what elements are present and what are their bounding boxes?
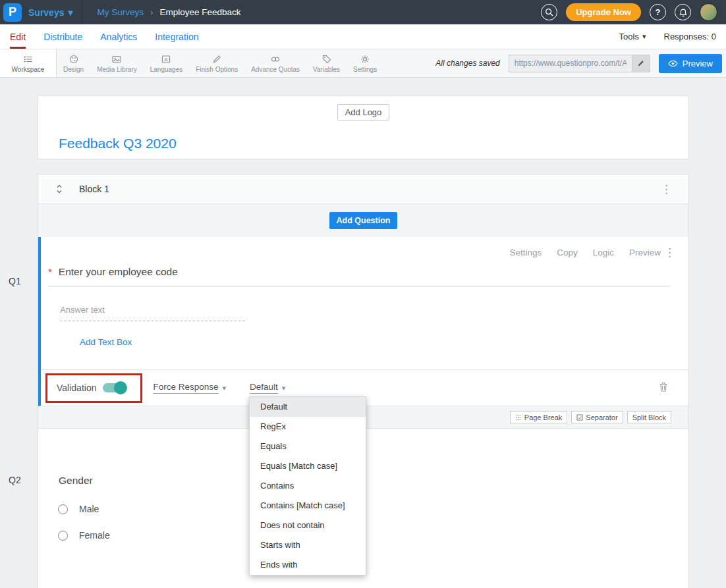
toolbar-item-label: Design (63, 66, 84, 73)
validation-type-dropdown[interactable]: Default ▾ (250, 382, 285, 394)
force-response-dropdown[interactable]: Force Response ▾ (153, 382, 226, 394)
menu-item-default[interactable]: Default (250, 397, 366, 417)
top-bar: P Surveys ▾ My Surveys › Employee Feedba… (0, 0, 726, 24)
question-preview-link[interactable]: Preview (629, 248, 661, 257)
tab-analytics[interactable]: Analytics (100, 24, 137, 49)
help-button[interactable]: ? (650, 4, 666, 20)
question-actions: Settings Copy Logic Preview ⋮ (41, 237, 688, 257)
search-icon (545, 8, 553, 16)
responses-count: Responses: 0 (664, 32, 717, 41)
validation-type-value: Default (250, 382, 278, 394)
logo-letter: P (9, 5, 16, 19)
advance-quotas-icon (270, 54, 281, 65)
tab-edit[interactable]: Edit (10, 24, 26, 49)
separator-label: Separator (586, 414, 617, 421)
media-library-icon (111, 54, 122, 65)
toolbar-item-media-library[interactable]: Media Library (90, 49, 144, 77)
toolbar-item-workspace[interactable]: Workspace (0, 49, 57, 77)
block-menu-kebab-icon[interactable]: ⋮ (661, 184, 672, 195)
breadcrumb: My Surveys › Employee Feedback (98, 7, 241, 17)
toolbar-item-advance-quotas[interactable]: Advance Quotas (244, 49, 306, 77)
answer-text-placeholder[interactable]: Answer text (60, 305, 245, 321)
menu-item-ends-with[interactable]: Ends with (250, 555, 366, 575)
force-response-label: Force Response (153, 382, 218, 394)
tools-menu[interactable]: Tools ▾ (619, 32, 646, 41)
toolbar-item-label: Workspace (12, 66, 45, 73)
menu-item-regex[interactable]: RegEx (250, 417, 366, 437)
product-switcher[interactable]: Surveys ▾ (28, 7, 73, 18)
survey-header-card: Add Logo Feedback Q3 2020 (38, 95, 689, 159)
topbar-divider (82, 0, 82, 24)
preview-label: Preview (683, 59, 713, 68)
separator-icon (576, 414, 583, 421)
toolbar-item-label: Media Library (97, 66, 137, 73)
radio-option-female[interactable]: Female (58, 530, 688, 541)
tab-integration[interactable]: Integration (155, 24, 198, 49)
toggle-knob (114, 381, 127, 394)
toolbar-item-finish-options[interactable]: Finish Options (189, 49, 244, 77)
radio-option-label[interactable]: Female (79, 530, 110, 541)
validation-toggle[interactable] (103, 383, 125, 392)
question-copy-link[interactable]: Copy (557, 248, 578, 257)
caret-down-icon: ▾ (282, 384, 286, 392)
upgrade-now-button[interactable]: Upgrade Now (566, 3, 641, 21)
page-break-button[interactable]: Page Break (510, 411, 567, 423)
menu-item-contains[interactable]: Contains (250, 476, 366, 496)
separator-button[interactable]: Separator (571, 411, 623, 423)
toolbar-item-label: Settings (353, 66, 377, 73)
edit-url-button[interactable] (632, 55, 650, 72)
tabs-right-group: Tools ▾ Responses: 0 (619, 24, 716, 49)
collapse-block-icon[interactable] (55, 184, 63, 194)
radio-option-male[interactable]: Male (58, 504, 688, 514)
radio-option-label[interactable]: Male (79, 504, 99, 514)
toolbar-item-design[interactable]: Design (57, 49, 90, 77)
workspace-icon (23, 54, 34, 65)
user-avatar[interactable] (700, 3, 717, 21)
survey-url-input[interactable] (509, 55, 632, 72)
toolbar-item-label: Variables (313, 66, 340, 73)
question-text-row[interactable]: * Enter your employee code (48, 266, 670, 286)
split-block-label: Split Block (632, 414, 666, 421)
add-logo-button[interactable]: Add Logo (337, 104, 390, 120)
survey-editor-page: P Surveys ▾ My Surveys › Employee Feedba… (0, 0, 726, 588)
page-break-icon (515, 414, 522, 421)
toolbar-item-languages[interactable]: A Languages (144, 49, 190, 77)
main-tabs: Edit Distribute Analytics Integration To… (0, 24, 726, 49)
menu-item-does-not-contain[interactable]: Does not contain (250, 516, 366, 535)
add-question-row: Add Question (38, 204, 688, 237)
notifications-button[interactable] (675, 4, 691, 20)
search-button[interactable] (541, 4, 557, 20)
tab-distribute[interactable]: Distribute (43, 24, 82, 49)
question-menu-kebab-icon[interactable]: ⋮ (664, 247, 675, 258)
toolbar-item-variables[interactable]: Variables (306, 49, 347, 77)
block-title[interactable]: Block 1 (79, 184, 109, 194)
question-text[interactable]: Enter your employee code (59, 266, 178, 278)
question-logic-link[interactable]: Logic (593, 248, 614, 257)
question-1-card: Settings Copy Logic Preview ⋮ * Enter yo… (38, 237, 688, 406)
survey-title[interactable]: Feedback Q3 2020 (59, 136, 688, 151)
required-asterisk: * (48, 266, 52, 277)
question-mark-icon: ? (656, 7, 661, 17)
page-break-label: Page Break (524, 414, 562, 421)
settings-gear-icon (360, 54, 370, 65)
menu-item-contains-match-case[interactable]: Contains [Match case] (250, 496, 366, 516)
add-text-box-link[interactable]: Add Text Box (80, 337, 132, 347)
validation-type-menu: Default RegEx Equals Equals [Match case]… (249, 396, 366, 575)
radio-circle-icon[interactable] (58, 531, 68, 541)
languages-icon: A (161, 54, 171, 65)
question-settings-link[interactable]: Settings (509, 248, 542, 257)
questionpro-logo[interactable]: P (3, 3, 22, 22)
preview-button[interactable]: Preview (659, 54, 722, 73)
radio-circle-icon[interactable] (58, 504, 68, 514)
menu-item-equals-match-case[interactable]: Equals [Match case] (250, 456, 366, 476)
add-question-button[interactable]: Add Question (329, 212, 398, 229)
toolbar-item-label: Finish Options (196, 66, 238, 73)
delete-question-button[interactable] (659, 382, 668, 394)
menu-item-starts-with[interactable]: Starts with (250, 535, 366, 555)
split-block-button[interactable]: Split Block (627, 411, 671, 423)
menu-item-equals[interactable]: Equals (250, 437, 366, 456)
toolbar-item-settings[interactable]: Settings (347, 49, 383, 77)
caret-down-icon: ▾ (223, 384, 227, 392)
breadcrumb-my-surveys[interactable]: My Surveys (98, 7, 144, 17)
validation-label: Validation (57, 383, 96, 393)
